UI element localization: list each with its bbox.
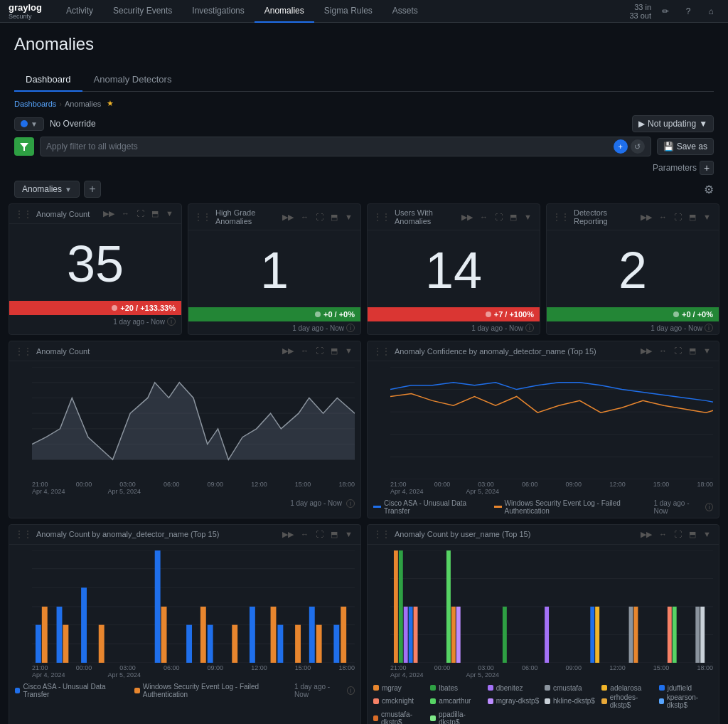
legend-label-windows: Windows Security Event Log - Failed Auth… [505, 499, 654, 515]
widget-fullscreen-icon[interactable]: ⛶ [672, 212, 684, 223]
info-icon[interactable]: i [705, 324, 713, 332]
svg-marker-0 [20, 143, 28, 151]
filter-toggle[interactable] [14, 137, 34, 156]
widget-fullscreen-icon[interactable]: ⛶ [314, 346, 326, 356]
widget-menu-icon[interactable]: ▼ [701, 529, 713, 540]
info-icon[interactable]: i [347, 686, 355, 695]
save-as-button[interactable]: 💾 Save as [657, 138, 714, 155]
add-dashboard-tab-button[interactable]: + [84, 181, 101, 198]
widget-fullscreen-icon[interactable]: ⛶ [672, 529, 684, 540]
drag-handle[interactable]: ⋮⋮ [15, 529, 32, 539]
nav-item-activity[interactable]: Activity [56, 0, 103, 23]
time-range-label: 1 day ago - Now [290, 499, 342, 507]
drag-handle[interactable]: ⋮⋮ [373, 529, 390, 539]
dashboard-settings-icon[interactable]: ⚙ [704, 183, 714, 196]
time-range-label: 1 day ago - Now [653, 499, 700, 515]
widget-expand-icon[interactable]: ↔ [299, 346, 311, 356]
widget-play-icon[interactable]: ▶▶ [280, 346, 296, 356]
params-add-button[interactable]: + [700, 161, 714, 175]
filter-history-button[interactable]: ↺ [631, 139, 645, 154]
svg-rect-80 [668, 607, 672, 663]
nav-item-sigma-rules[interactable]: Sigma Rules [314, 0, 382, 23]
widget-expand-icon[interactable]: ↔ [478, 212, 490, 223]
info-icon[interactable]: i [346, 499, 355, 508]
nav-item-assets[interactable]: Assets [382, 0, 428, 23]
widget-expand-icon[interactable]: ↔ [657, 346, 669, 356]
widget-export-icon[interactable]: ⬒ [328, 212, 340, 223]
widget-menu-icon[interactable]: ▼ [701, 346, 713, 356]
widget-export-icon[interactable]: ⬒ [328, 529, 340, 540]
dashboard-tab-label: Anomalies [22, 184, 62, 194]
widget-menu-icon[interactable]: ▼ [343, 346, 355, 356]
widget-menu-icon[interactable]: ▼ [522, 212, 534, 223]
tab-dashboard[interactable]: Dashboard [14, 68, 82, 92]
favorite-icon[interactable]: ★ [107, 99, 114, 108]
widget-export-icon[interactable]: ⬒ [508, 212, 519, 223]
widget-menu-icon[interactable]: ▼ [343, 212, 355, 223]
filter-bar[interactable]: Apply filter to all widgets + ↺ [40, 137, 651, 156]
count-time-anomaly: 1 day ago - Now i [9, 315, 181, 328]
widget-export-icon[interactable]: ⬒ [687, 212, 698, 223]
info-icon[interactable]: i [525, 324, 534, 332]
widget-expand-icon[interactable]: ↔ [299, 212, 311, 223]
widget-play-icon[interactable]: ▶▶ [638, 529, 654, 540]
drag-handle[interactable]: ⋮⋮ [15, 209, 32, 219]
tab-anomaly-detectors[interactable]: Anomaly Detectors [82, 68, 183, 92]
widget-menu-icon[interactable]: ▼ [164, 208, 176, 219]
widget-play-icon[interactable]: ▶▶ [638, 212, 654, 223]
widget-fullscreen-icon[interactable]: ⛶ [314, 212, 326, 223]
widget-expand-icon[interactable]: ↔ [657, 212, 669, 223]
page-tabs: Dashboard Anomaly Detectors [14, 68, 714, 92]
widget-play-icon[interactable]: ▶▶ [101, 208, 117, 219]
widget-expand-icon[interactable]: ↔ [657, 529, 669, 540]
svg-rect-78 [629, 607, 633, 663]
help-icon[interactable]: ? [680, 3, 697, 20]
drag-handle[interactable]: ⋮⋮ [373, 346, 390, 356]
svg-rect-79 [633, 607, 638, 663]
svg-rect-72 [451, 607, 456, 663]
time-selector[interactable]: ▼ [14, 117, 44, 131]
nav-item-anomalies[interactable]: Anomalies [255, 0, 314, 23]
dashboard-tab-anomalies[interactable]: Anomalies ▼ [14, 181, 80, 198]
svg-rect-45 [232, 625, 237, 663]
legend-label-cisco-bar: Cisco ASA - Unusual Data Transfer [23, 683, 126, 698]
widget-actions: ▶▶ ↔ ⛶ ⬒ ▼ [280, 212, 355, 223]
drag-handle[interactable]: ⋮⋮ [552, 212, 569, 222]
widget-play-icon[interactable]: ▶▶ [638, 346, 654, 356]
info-icon[interactable]: i [705, 503, 713, 511]
change-bar-detectors-reporting: +0 / +0% [547, 307, 719, 321]
svg-rect-40 [155, 550, 161, 663]
widget-export-icon[interactable]: ⬒ [328, 346, 340, 356]
filter-add-button[interactable]: + [614, 139, 628, 154]
notifications-icon[interactable]: ✏ [657, 3, 674, 20]
widget-menu-icon[interactable]: ▼ [701, 212, 713, 223]
widget-play-icon[interactable]: ▶▶ [459, 212, 475, 223]
widget-export-icon[interactable]: ⬒ [687, 346, 698, 356]
widget-export-icon[interactable]: ⬒ [687, 529, 698, 540]
count-footer-high-grade: +0 / +0% 1 day ago - Now i [188, 307, 360, 334]
widget-expand-icon[interactable]: ↔ [119, 208, 132, 219]
svg-rect-71 [446, 550, 451, 663]
nav-item-security-events[interactable]: Security Events [103, 0, 182, 23]
widget-fullscreen-icon[interactable]: ⛶ [672, 346, 684, 356]
drag-handle[interactable]: ⋮⋮ [194, 212, 211, 222]
widget-play-icon[interactable]: ▶▶ [280, 529, 296, 540]
drag-handle[interactable]: ⋮⋮ [15, 346, 32, 356]
widget-fullscreen-icon[interactable]: ⛶ [493, 212, 505, 223]
widget-export-icon[interactable]: ⬒ [149, 208, 161, 219]
svg-rect-76 [590, 607, 594, 663]
not-updating-button[interactable]: ▶ Not updating ▼ [632, 115, 714, 132]
widget-expand-icon[interactable]: ↔ [299, 529, 311, 540]
nav-right: 33 in 33 out ✏ ? ⌂ [629, 3, 719, 20]
drag-handle[interactable]: ⋮⋮ [373, 212, 390, 222]
info-icon[interactable]: i [167, 317, 176, 326]
breadcrumb-dashboards[interactable]: Dashboards [14, 100, 56, 108]
nav-item-investigations[interactable]: Investigations [182, 0, 254, 23]
widget-play-icon[interactable]: ▶▶ [280, 212, 296, 223]
widget-menu-icon[interactable]: ▼ [343, 529, 355, 540]
home-icon[interactable]: ⌂ [702, 3, 719, 20]
widget-header-anomaly-count-chart: ⋮⋮ Anomaly Count ▶▶ ↔ ⛶ ⬒ ▼ [9, 341, 360, 361]
widget-fullscreen-icon[interactable]: ⛶ [134, 208, 146, 219]
info-icon[interactable]: i [346, 324, 355, 332]
widget-fullscreen-icon[interactable]: ⛶ [314, 529, 326, 540]
